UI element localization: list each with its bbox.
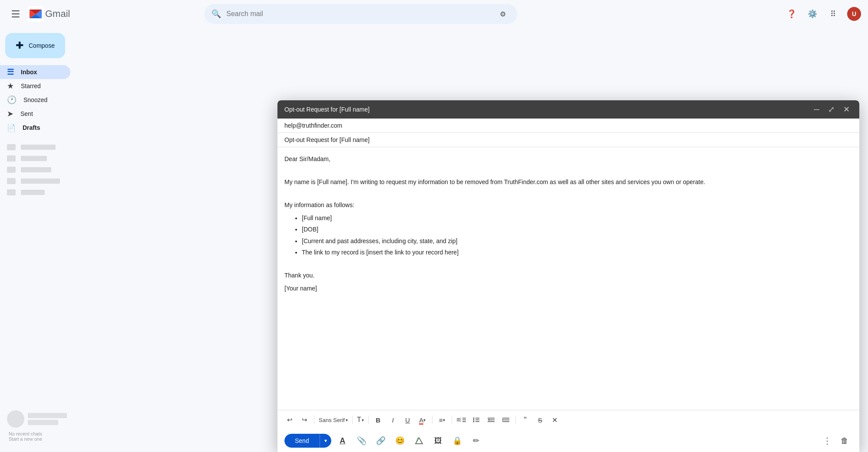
insert-drive-button[interactable] [411, 433, 427, 449]
sidebar-item-label-starred: Starred [21, 82, 41, 89]
discard-draft-button[interactable]: 🗑 [837, 433, 852, 449]
insert-emoji-button[interactable]: 😊 [392, 433, 408, 449]
send-button[interactable]: Send [284, 434, 320, 448]
bulleted-list-button[interactable] [469, 413, 483, 427]
svg-point-8 [473, 418, 474, 419]
no-recent-chats: No recent chats [9, 431, 67, 436]
search-icon: 🔍 [211, 9, 221, 19]
sidebar-item-starred[interactable]: ★ Starred [0, 79, 70, 93]
quote-button[interactable]: " [518, 413, 532, 427]
strikethrough-button[interactable]: S [533, 413, 547, 427]
toolbar-separator-3 [368, 416, 369, 424]
numbered-list-button[interactable]: ≡ 123 [455, 413, 469, 427]
modal-controls: ─ ⤢ ✕ [811, 105, 852, 114]
body-paragraph1: My name is [Full name]. I'm writing to r… [284, 177, 852, 187]
font-family-select[interactable]: Sans Serif ▾ [317, 413, 350, 427]
svg-marker-21 [502, 419, 504, 421]
body-greeting: Dear Sir/Madam, [284, 154, 852, 164]
sidebar-item-label-snoozed: Snoozed [23, 96, 47, 103]
toolbar-separator-1 [314, 416, 314, 424]
bold-button[interactable]: B [371, 413, 385, 427]
sidebar-item-inbox[interactable]: ☰ Inbox [0, 65, 70, 79]
settings-button[interactable]: ⚙️ [804, 5, 821, 23]
numbered-list-icon: ≡ [456, 416, 460, 424]
search-filter-icon[interactable]: ⚙ [495, 5, 510, 23]
search-bar[interactable]: 🔍 ⚙ [205, 4, 517, 24]
gmail-wordmark: Gmail [45, 8, 70, 20]
help-button[interactable]: ❓ [783, 5, 800, 23]
svg-text:3: 3 [460, 420, 462, 422]
compose-button[interactable]: ✚ Compose [5, 33, 65, 58]
toolbar-separator-4 [432, 416, 432, 424]
list-item-2: [DOB] [302, 224, 852, 234]
font-size-select[interactable]: T ▾ [355, 413, 366, 427]
align-button[interactable]: ≡ ▾ [435, 413, 449, 427]
insert-link-button[interactable]: 🔗 [373, 433, 389, 449]
send-button-group: Send ▾ [284, 434, 331, 448]
numbered-list-svg: 123 [460, 417, 466, 423]
align-icon: ≡ [439, 416, 443, 424]
list-item-3: [Current and past addresses, including c… [302, 236, 852, 246]
search-input[interactable] [226, 10, 490, 18]
indent-more-button[interactable] [499, 413, 513, 427]
sent-icon: ➤ [7, 109, 13, 119]
inbox-icon: ☰ [7, 67, 14, 77]
indent-less-svg [488, 417, 495, 423]
modal-header: Opt-out Request for [Full name] ─ ⤢ ✕ [277, 100, 859, 119]
topbar-left: Gmail [7, 5, 70, 23]
sidebar-nav: ☰ Inbox ★ Starred 🕐 Snoozed ➤ Sent 📄 Dra… [0, 65, 74, 135]
sidebar-item-snoozed[interactable]: 🕐 Snoozed [0, 93, 70, 107]
body-list: [Full name] [DOB] [Current and past addr… [302, 213, 852, 257]
text-color-icon: A [419, 416, 423, 424]
compose-formatting-toolbar: ↩ ↪ Sans Serif ▾ T ▾ B I U A ▾ ≡ ▾ [277, 410, 859, 429]
modal-expand-button[interactable]: ⤢ [825, 105, 837, 114]
hamburger-icon [8, 7, 23, 21]
attach-file-button[interactable]: 📎 [354, 433, 370, 449]
hamburger-button[interactable] [7, 5, 24, 23]
font-size-t-icon: T [357, 416, 361, 424]
actions-right: ⋮ 🗑 [819, 433, 852, 449]
undo-button[interactable]: ↩ [283, 413, 297, 427]
topbar: Gmail 🔍 ⚙ ❓ ⚙️ ⠿ U [0, 0, 868, 28]
modal-minimize-button[interactable]: ─ [811, 105, 822, 114]
sidebar-item-label-inbox: Inbox [21, 69, 37, 76]
redo-button[interactable]: ↪ [297, 413, 311, 427]
svg-point-10 [473, 421, 474, 422]
sidebar-item-sent[interactable]: ➤ Sent [0, 107, 70, 121]
apps-button[interactable]: ⠿ [825, 5, 842, 23]
compose-body[interactable]: Dear Sir/Madam, My name is [Full name]. … [277, 147, 859, 410]
subject-input[interactable] [284, 136, 852, 143]
text-color-button[interactable]: A ▾ [416, 413, 429, 427]
indent-less-button[interactable] [484, 413, 498, 427]
svg-point-9 [473, 419, 474, 421]
text-color-chevron: ▾ [423, 418, 426, 422]
remove-format-button[interactable]: ✕ [548, 413, 562, 427]
to-field [277, 119, 859, 133]
more-options-button[interactable]: ⋮ [819, 433, 835, 449]
italic-button[interactable]: I [386, 413, 400, 427]
start-new-chat: Start a new one [9, 436, 67, 442]
avatar[interactable]: U [847, 7, 861, 21]
underline-button[interactable]: U [401, 413, 415, 427]
compose-actions: Send ▾ A 📎 🔗 😊 🖼 🔒 ✏ ⋮ 🗑 [277, 429, 859, 452]
align-chevron: ▾ [443, 418, 445, 422]
gmail-m-icon [28, 6, 43, 22]
list-item-4: The link to my record is [insert the lin… [302, 247, 852, 257]
send-options-button[interactable]: ▾ [320, 434, 331, 448]
toolbar-separator-2 [352, 416, 353, 424]
sidebar-blurred-section [0, 142, 74, 198]
insert-signature-button[interactable]: ✏ [469, 433, 484, 449]
formatting-options-button[interactable]: A [335, 433, 350, 449]
insert-photo-button[interactable]: 🖼 [430, 433, 446, 449]
font-size-chevron: ▾ [362, 418, 364, 422]
sidebar-bottom: No recent chats Start a new one [0, 407, 74, 445]
list-item-1: [Full name] [302, 213, 852, 223]
font-family-label: Sans Serif [319, 417, 345, 423]
body-signature: [Your name] [284, 284, 852, 293]
confidential-mode-button[interactable]: 🔒 [449, 433, 465, 449]
modal-close-button[interactable]: ✕ [841, 105, 852, 114]
subject-field [277, 133, 859, 147]
to-input[interactable] [284, 122, 852, 129]
compose-modal: Opt-out Request for [Full name] ─ ⤢ ✕ De… [277, 100, 859, 452]
sidebar-item-drafts[interactable]: 📄 Drafts [0, 121, 70, 135]
